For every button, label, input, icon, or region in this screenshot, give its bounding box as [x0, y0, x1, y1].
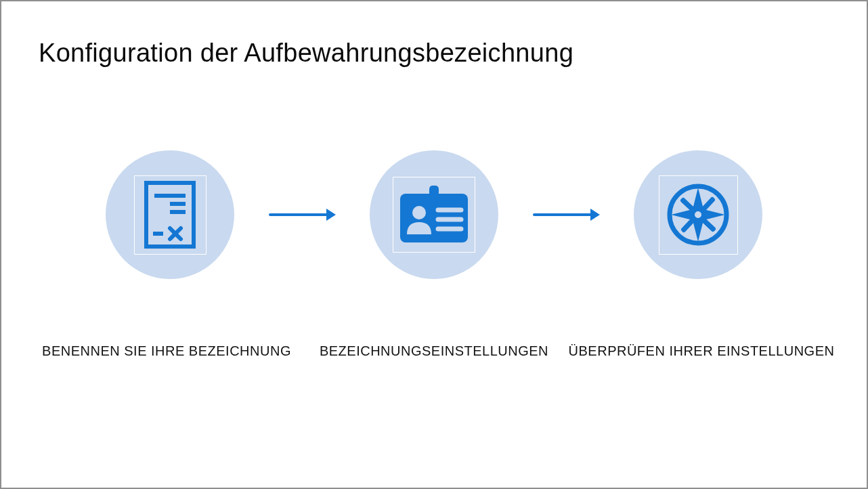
- id-badge-icon: [393, 177, 475, 253]
- document-contract-icon: [134, 175, 207, 255]
- step-2: [363, 150, 505, 279]
- slide: Konfiguration der Aufbewahrungsbezeichnu…: [0, 0, 868, 489]
- step-label: BENENNEN SIE IHRE BEZEICHNUNG: [33, 343, 301, 359]
- svg-marker-24: [683, 219, 694, 230]
- step-circle: [370, 150, 498, 279]
- arrow-icon: [268, 201, 336, 228]
- svg-marker-22: [702, 199, 713, 211]
- step-label: BEZEICHNUNGSEINSTELLUNGEN: [301, 343, 568, 359]
- step-3: [627, 150, 769, 279]
- step-label: ÜBERPRÜFEN IHRER EINSTELLUNGEN: [568, 343, 836, 359]
- label-row: BENENNEN SIE IHRE BEZEICHNUNG BEZEICHNUN…: [1, 343, 867, 359]
- svg-marker-16: [590, 209, 600, 221]
- svg-point-26: [693, 210, 703, 219]
- step-circle: [106, 150, 234, 279]
- svg-marker-8: [326, 209, 336, 221]
- svg-marker-25: [682, 200, 694, 211]
- step-1: [99, 150, 241, 279]
- arrow-icon: [532, 201, 600, 228]
- page-title: Konfiguration der Aufbewahrungsbezeichnu…: [39, 39, 817, 68]
- compass-icon: [659, 175, 738, 255]
- step-circle: [634, 150, 762, 279]
- step-row: [1, 137, 867, 293]
- svg-marker-23: [702, 219, 714, 230]
- svg-point-11: [412, 206, 426, 219]
